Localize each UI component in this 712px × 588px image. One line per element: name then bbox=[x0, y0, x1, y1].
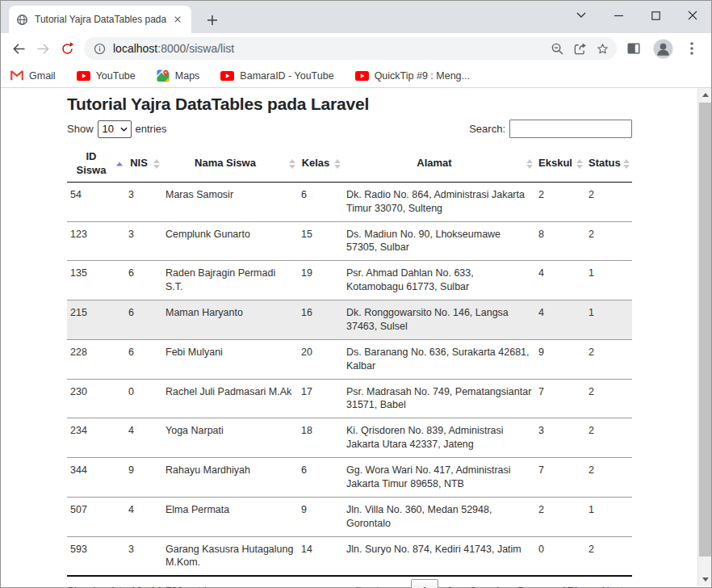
share-icon[interactable] bbox=[568, 38, 591, 59]
zoom-out-icon[interactable] bbox=[546, 38, 568, 59]
cell-kelas: 9 bbox=[298, 497, 343, 536]
new-tab-button[interactable] bbox=[203, 10, 222, 30]
column-header-ekskul[interactable]: Ekskul bbox=[535, 146, 585, 182]
siswa-table: ID SiswaNISNama SiswaKelasAlamatEkskulSt… bbox=[67, 146, 632, 577]
url-text[interactable]: localhost:8000/siswa/list bbox=[113, 42, 546, 55]
cell-alamat: Psr. Ahmad Dahlan No. 633, Kotamobagu 61… bbox=[343, 261, 535, 300]
bookmarks-bar: GmailYouTubeMapsBamaraID - YouTubeQuickT… bbox=[1, 64, 711, 88]
cell-nama: Garang Kasusra Hutagalung M.Kom. bbox=[162, 536, 298, 576]
reload-icon[interactable] bbox=[55, 36, 79, 61]
bookmark-item[interactable]: Gmail bbox=[10, 70, 56, 82]
forward-icon[interactable] bbox=[31, 36, 55, 61]
scrollbar-down-icon[interactable] bbox=[698, 573, 712, 586]
site-info-icon[interactable] bbox=[94, 43, 106, 55]
cell-kelas: 6 bbox=[298, 458, 343, 498]
cell-ekskul: 2 bbox=[535, 497, 585, 536]
column-header-kelas[interactable]: Kelas bbox=[298, 146, 343, 182]
back-icon[interactable] bbox=[6, 36, 31, 61]
cell-nis: 0 bbox=[125, 379, 162, 418]
page-button-2[interactable]: 2 bbox=[438, 580, 462, 588]
scrollbar[interactable] bbox=[697, 88, 711, 586]
column-label: Ekskul bbox=[538, 157, 572, 169]
column-header-id-siswa[interactable]: ID Siswa bbox=[67, 146, 125, 182]
table-info: Showing 1 to 10 of 1,706 entries bbox=[67, 585, 217, 588]
sort-both-icon bbox=[526, 159, 533, 169]
previous-button[interactable]: Previous bbox=[346, 580, 405, 588]
cell-nama: Rahayu Mardhiyah bbox=[162, 458, 298, 498]
chevron-down-icon bbox=[120, 127, 128, 132]
window-maximize-icon[interactable] bbox=[637, 1, 674, 30]
cell-status: 1 bbox=[585, 497, 632, 536]
search-input[interactable] bbox=[509, 120, 632, 138]
cell-status: 2 bbox=[585, 221, 632, 261]
cell-id: 135 bbox=[67, 261, 125, 300]
window-close-icon[interactable] bbox=[674, 1, 711, 30]
cell-alamat: Jln. Villa No. 360, Medan 52948, Goronta… bbox=[343, 497, 535, 536]
address-bar[interactable]: localhost:8000/siswa/list bbox=[84, 37, 617, 60]
cell-nis: 4 bbox=[125, 418, 162, 458]
cell-id: 230 bbox=[67, 379, 125, 418]
cell-kelas: 20 bbox=[298, 339, 343, 379]
cell-nis: 9 bbox=[125, 458, 162, 498]
bookmark-star-icon[interactable] bbox=[591, 38, 614, 59]
window-minimize-icon[interactable] bbox=[600, 1, 637, 30]
cell-ekskul: 2 bbox=[535, 182, 585, 221]
page-button-4[interactable]: 4 bbox=[485, 580, 509, 588]
bookmark-item[interactable]: YouTube bbox=[77, 70, 136, 82]
table-footer: Showing 1 to 10 of 1,706 entries Previou… bbox=[67, 579, 632, 588]
page-title: Tutorial Yajra DataTables pada Laravel bbox=[67, 94, 632, 114]
cell-alamat: Psr. Madrasah No. 749, Pematangsiantar 3… bbox=[343, 379, 535, 418]
page-button-171[interactable]: 171 bbox=[553, 580, 588, 588]
column-header-alamat[interactable]: Alamat bbox=[343, 146, 535, 182]
page-button-5[interactable]: 5 bbox=[509, 580, 532, 588]
cell-alamat: Dk. Ronggowarsito No. 146, Langsa 37463,… bbox=[343, 300, 535, 340]
browser-tab[interactable]: Tutorial Yajra DataTables pada La bbox=[9, 6, 191, 33]
cell-alamat: Ds. Baranang No. 636, Surakarta 42681, K… bbox=[343, 339, 535, 379]
entries-select[interactable]: 10 bbox=[98, 120, 132, 138]
cell-status: 1 bbox=[585, 261, 632, 300]
maps-icon bbox=[157, 69, 170, 82]
search-label: Search: bbox=[469, 123, 505, 135]
cell-id: 215 bbox=[67, 300, 125, 340]
window-chevron-down-icon[interactable] bbox=[563, 1, 600, 30]
cell-status: 2 bbox=[585, 339, 632, 379]
table-row: 5933Garang Kasusra Hutagalung M.Kom.14Jl… bbox=[67, 536, 632, 576]
bookmark-item[interactable]: BamaraID - YouTube bbox=[220, 70, 333, 82]
cell-status: 2 bbox=[585, 536, 632, 576]
table-row: 2300Rachel Juli Padmasari M.Ak17Psr. Mad… bbox=[67, 379, 632, 418]
profile-avatar[interactable] bbox=[651, 36, 675, 61]
cell-alamat: Gg. Wora Wari No. 417, Administrasi Jaka… bbox=[343, 458, 535, 498]
column-header-nama-siswa[interactable]: Nama Siswa bbox=[162, 146, 298, 182]
gmail-icon bbox=[10, 70, 23, 81]
cell-id: 123 bbox=[67, 221, 125, 261]
cell-id: 507 bbox=[67, 497, 125, 536]
side-panel-icon[interactable] bbox=[622, 36, 646, 61]
cell-kelas: 19 bbox=[298, 261, 343, 300]
bookmark-item[interactable]: Maps bbox=[157, 69, 200, 82]
cell-id: 593 bbox=[67, 536, 125, 576]
scrollbar-thumb[interactable] bbox=[699, 103, 711, 556]
column-header-status[interactable]: Status bbox=[585, 146, 632, 182]
cell-nis: 3 bbox=[125, 536, 162, 576]
cell-id: 344 bbox=[67, 458, 125, 498]
next-button[interactable]: Next bbox=[593, 580, 632, 588]
page-button-3[interactable]: 3 bbox=[462, 580, 485, 588]
cell-kelas: 14 bbox=[298, 536, 343, 576]
sort-both-icon bbox=[153, 159, 160, 169]
menu-dots-icon[interactable] bbox=[680, 36, 704, 61]
cell-ekskul: 9 bbox=[535, 339, 585, 379]
cell-kelas: 18 bbox=[298, 418, 343, 458]
youtube-icon bbox=[77, 71, 90, 81]
tab-close-icon[interactable] bbox=[171, 13, 184, 26]
cell-status: 1 bbox=[585, 300, 632, 340]
cell-kelas: 6 bbox=[298, 182, 343, 221]
cell-nama: Maras Samosir bbox=[162, 182, 298, 221]
bookmark-item[interactable]: QuickTip #9 : Meng... bbox=[355, 70, 470, 82]
cell-nama: Raden Bajragin Permadi S.T. bbox=[162, 261, 298, 300]
bookmark-label: YouTube bbox=[96, 70, 136, 82]
pagination-ellipsis: … bbox=[533, 580, 553, 588]
title-bar: Tutorial Yajra DataTables pada La bbox=[1, 1, 711, 33]
scrollbar-up-icon[interactable] bbox=[698, 88, 712, 102]
page-button-1[interactable]: 1 bbox=[411, 579, 438, 588]
column-header-nis[interactable]: NIS bbox=[125, 146, 162, 182]
